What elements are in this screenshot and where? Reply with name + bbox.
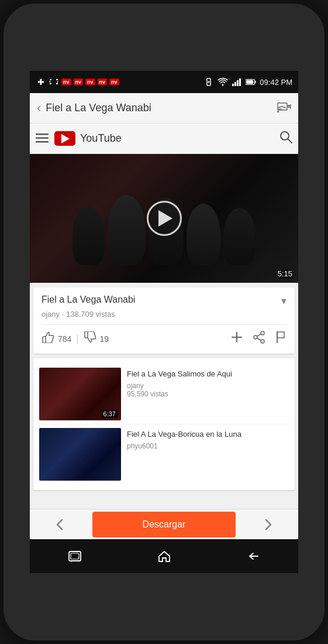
nfc-icon (203, 77, 214, 87)
signal-icon (232, 77, 242, 87)
recent-apps-button[interactable] (68, 551, 81, 561)
silhouette-1 (72, 207, 105, 265)
related-title-2: Fiel A La Vega-Boricua en la Luna (127, 429, 289, 440)
video-title: Fiel a La Vega Wanabi (42, 294, 277, 305)
svg-point-16 (277, 111, 279, 113)
app-badge-1: nv (61, 78, 71, 85)
download-button[interactable]: Descargar (92, 512, 236, 537)
share-icon[interactable] (253, 331, 265, 347)
view-count: 138,709 vistas (66, 310, 115, 318)
status-time: 09:42 PM (260, 78, 292, 87)
phone-screen: ✚ nv nv nv nv nv (30, 71, 298, 573)
youtube-header: YouTube (30, 124, 298, 154)
youtube-logo-icon (54, 131, 75, 146)
nav-forward-button[interactable] (238, 509, 298, 539)
video-divider (42, 324, 286, 325)
svg-rect-2 (50, 83, 51, 84)
related-channel-1: ojany (127, 382, 289, 390)
dropdown-icon[interactable]: ▾ (281, 294, 286, 307)
svg-rect-13 (255, 81, 256, 84)
video-duration: 5:15 (278, 269, 292, 278)
related-views-1: 95,590 vistas (127, 390, 289, 398)
silhouette-5 (223, 208, 256, 265)
svg-point-28 (254, 335, 257, 339)
status-left-icons: ✚ nv nv nv nv nv (36, 77, 119, 87)
back-button[interactable] (247, 551, 260, 561)
likes-group: 784 (42, 331, 71, 346)
nav-bar: ‹ Fiel a La Vega Wanabi (30, 93, 298, 124)
youtube-logo-text: YouTube (80, 132, 122, 145)
meta-separator: · (62, 310, 66, 318)
cast-icon[interactable] (277, 101, 291, 115)
app-badge-2: nv (74, 78, 84, 85)
video-player[interactable]: 5:15 (30, 154, 298, 283)
nav-title: Fiel a La Vega Wanabi (46, 102, 277, 114)
wifi-icon (217, 77, 228, 87)
svg-rect-9 (234, 82, 236, 86)
app-badge-3: nv (85, 78, 95, 85)
video-actions: 784 | 19 (42, 331, 286, 347)
nav-back-button[interactable] (30, 509, 90, 539)
action-separator: | (76, 334, 78, 344)
related-item[interactable]: Fiel A La Vega-Boricua en la Luna phyu60… (39, 424, 289, 484)
app-badge-5: nv (109, 78, 119, 85)
action-right-icons (230, 331, 286, 347)
home-button[interactable] (158, 550, 171, 562)
youtube-play-triangle (61, 134, 70, 143)
svg-rect-20 (36, 137, 49, 139)
related-channel-2: phyu6001 (127, 442, 289, 450)
android-nav (30, 539, 298, 573)
svg-line-23 (288, 139, 292, 143)
related-videos-card: 6:37 Fiel a La Vega Salimos de Aqui ojan… (33, 358, 295, 490)
svg-point-27 (261, 340, 264, 343)
bottom-nav: Descargar (30, 509, 298, 539)
youtube-logo: YouTube (54, 131, 122, 146)
search-icon[interactable] (279, 131, 292, 147)
nav-back-button[interactable]: ‹ (37, 101, 41, 116)
svg-rect-5 (56, 83, 58, 84)
related-info-1: Fiel a La Vega Salimos de Aqui ojany 95,… (127, 368, 289, 420)
video-info-card: Fiel a La Vega Wanabi ▾ ojany · 138,709 … (33, 287, 295, 354)
thumbs-down-icon[interactable] (84, 331, 96, 346)
video-background (30, 154, 298, 283)
battery-icon (246, 77, 256, 87)
video-title-row: Fiel a La Vega Wanabi ▾ (42, 294, 286, 307)
phone-frame: ✚ nv nv nv nv nv (0, 0, 328, 644)
play-button[interactable] (147, 201, 182, 236)
like-count: 784 (58, 334, 71, 344)
svg-point-26 (261, 331, 264, 335)
thumbnail-2 (39, 428, 121, 481)
svg-rect-14 (247, 80, 254, 84)
thumbnail-1: 6:37 (39, 368, 121, 420)
app-badge-4: nv (98, 78, 108, 85)
silhouette-4 (187, 204, 220, 265)
svg-line-30 (257, 338, 261, 341)
flag-icon[interactable] (275, 331, 286, 347)
brackets-icon (49, 77, 59, 87)
status-right-icons: 09:42 PM (203, 77, 292, 87)
thumbs-up-icon[interactable] (42, 331, 54, 346)
silhouette-2 (108, 195, 146, 265)
medical-icon: ✚ (36, 77, 46, 87)
svg-rect-3 (56, 79, 58, 80)
dislikes-group: 19 (84, 331, 109, 346)
thumbnail-image-2 (39, 428, 121, 481)
svg-rect-19 (36, 133, 49, 135)
menu-icon[interactable] (36, 131, 49, 146)
related-title-1: Fiel a La Vega Salimos de Aqui (127, 369, 289, 379)
svg-rect-21 (36, 141, 49, 143)
svg-rect-0 (50, 79, 51, 80)
status-bar: ✚ nv nv nv nv nv (30, 71, 298, 93)
add-playlist-icon[interactable] (230, 331, 243, 347)
svg-point-7 (208, 81, 210, 83)
svg-rect-10 (237, 80, 239, 86)
play-triangle-icon (158, 210, 172, 227)
related-info-2: Fiel A La Vega-Boricua en la Luna phyu60… (127, 428, 289, 481)
related-item[interactable]: 6:37 Fiel a La Vega Salimos de Aqui ojan… (39, 364, 289, 424)
svg-rect-8 (232, 84, 234, 86)
svg-rect-11 (239, 78, 241, 86)
video-meta: ojany · 138,709 vistas (42, 310, 286, 318)
svg-line-29 (257, 334, 261, 337)
channel-name[interactable]: ojany (42, 310, 60, 318)
content-area: Fiel a La Vega Wanabi ▾ ojany · 138,709 … (30, 283, 298, 509)
